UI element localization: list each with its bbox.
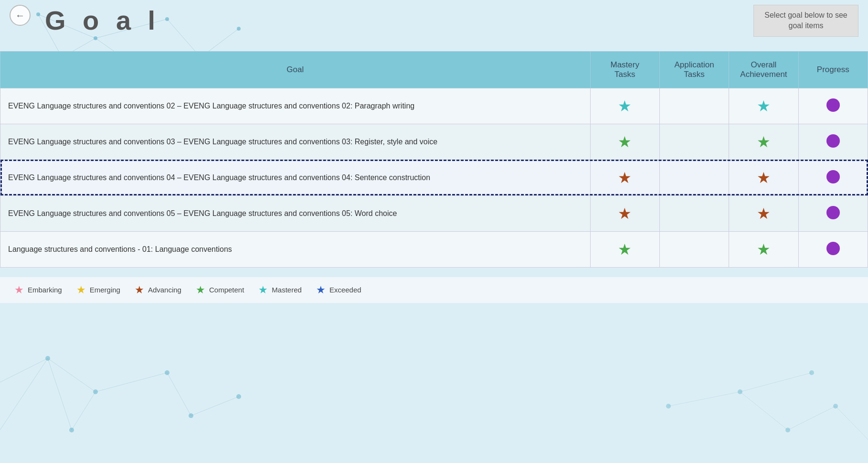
application-star-cell <box>659 195 729 231</box>
progress-dot <box>826 206 840 219</box>
back-button[interactable]: ← <box>10 5 31 26</box>
page-title: G o a l <box>45 5 160 36</box>
overall-star-cell: ★ <box>729 195 798 231</box>
table-row[interactable]: EVENG Language structures and convention… <box>0 88 868 124</box>
legend-star-icon: ★ <box>135 284 144 296</box>
progress-cell <box>798 195 868 231</box>
legend-star-icon: ★ <box>316 284 326 296</box>
svg-point-38 <box>785 428 790 432</box>
progress-dot <box>826 170 840 183</box>
svg-point-39 <box>833 404 838 409</box>
legend-label: Advancing <box>148 286 181 294</box>
goal-hint: Select goal below to see goal items <box>753 5 858 37</box>
legend: ★Embarking★Emerging★Advancing★Competent★… <box>0 277 868 303</box>
legend-label: Exceeded <box>329 286 361 294</box>
overall-star-cell: ★ <box>729 124 798 160</box>
application-star-cell <box>659 124 729 160</box>
legend-item: ★Embarking <box>14 284 62 296</box>
legend-item: ★Competent <box>196 284 244 296</box>
svg-point-25 <box>45 356 50 361</box>
legend-label: Mastered <box>272 286 302 294</box>
svg-point-27 <box>165 370 169 375</box>
progress-cell <box>798 160 868 195</box>
table-row[interactable]: EVENG Language structures and convention… <box>0 160 868 195</box>
overall-star-cell: ★ <box>729 160 798 195</box>
progress-cell <box>798 124 868 160</box>
col-header-application: ApplicationTasks <box>659 51 729 88</box>
legend-item: ★Emerging <box>76 284 120 296</box>
svg-point-26 <box>93 389 98 394</box>
progress-cell <box>798 231 868 267</box>
mastery-star-cell: ★ <box>590 195 659 231</box>
legend-label: Embarking <box>28 286 62 294</box>
mastery-star-cell: ★ <box>590 124 659 160</box>
progress-cell <box>798 88 868 124</box>
progress-dot <box>826 134 840 148</box>
col-header-goal: Goal <box>0 51 591 88</box>
goals-table: Goal MasteryTasks ApplicationTasks Overa… <box>0 51 868 268</box>
goal-cell: EVENG Language structures and convention… <box>0 124 591 160</box>
svg-point-28 <box>69 428 74 432</box>
application-star-cell <box>659 160 729 195</box>
legend-label: Emerging <box>90 286 120 294</box>
goal-cell: Language structures and conventions - 01… <box>0 231 591 267</box>
col-header-mastery: MasteryTasks <box>590 51 659 88</box>
table-header-row: Goal MasteryTasks ApplicationTasks Overa… <box>0 51 868 88</box>
svg-point-36 <box>666 404 671 409</box>
legend-star-icon: ★ <box>196 284 205 296</box>
goal-cell: EVENG Language structures and convention… <box>0 88 591 124</box>
col-header-progress: Progress <box>798 51 868 88</box>
legend-item: ★Mastered <box>258 284 302 296</box>
legend-item: ★Exceeded <box>316 284 361 296</box>
legend-star-icon: ★ <box>76 284 86 296</box>
svg-point-30 <box>236 394 241 399</box>
goal-cell: EVENG Language structures and convention… <box>0 195 591 231</box>
svg-point-37 <box>738 389 742 394</box>
legend-label: Competent <box>209 286 244 294</box>
mastery-star-cell: ★ <box>590 88 659 124</box>
overall-star-cell: ★ <box>729 231 798 267</box>
progress-dot <box>826 242 840 255</box>
legend-star-icon: ★ <box>258 284 268 296</box>
goal-cell: EVENG Language structures and convention… <box>0 160 591 195</box>
application-star-cell <box>659 88 729 124</box>
legend-star-icon: ★ <box>14 284 24 296</box>
progress-dot <box>826 98 840 112</box>
legend-item: ★Advancing <box>135 284 181 296</box>
table-row[interactable]: EVENG Language structures and convention… <box>0 124 868 160</box>
table-row[interactable]: Language structures and conventions - 01… <box>0 231 868 267</box>
col-header-overall: OverallAchievement <box>729 51 798 88</box>
application-star-cell <box>659 231 729 267</box>
table-row[interactable]: EVENG Language structures and convention… <box>0 195 868 231</box>
svg-point-40 <box>809 370 814 375</box>
mastery-star-cell: ★ <box>590 160 659 195</box>
overall-star-cell: ★ <box>729 88 798 124</box>
svg-point-29 <box>189 413 193 418</box>
mastery-star-cell: ★ <box>590 231 659 267</box>
